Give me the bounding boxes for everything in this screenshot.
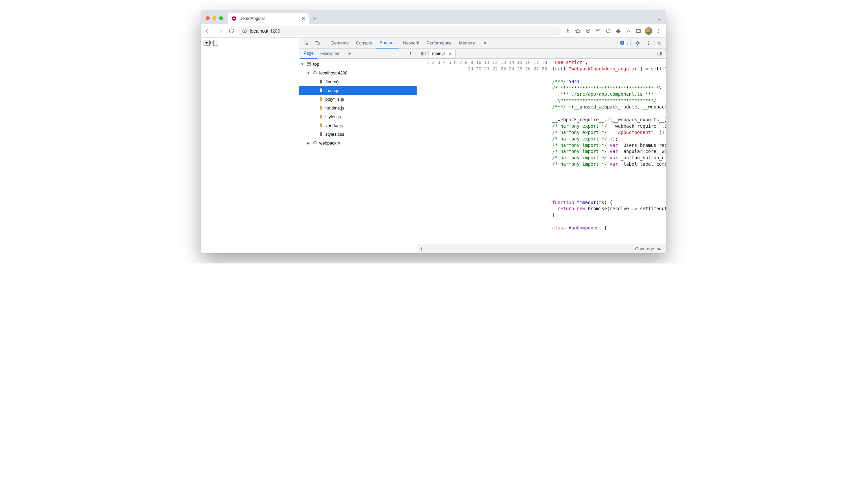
issues-button[interactable]: 1 <box>618 40 631 46</box>
device-toolbar-icon[interactable] <box>312 39 323 48</box>
svg-point-20 <box>659 30 659 31</box>
svg-marker-6 <box>575 29 580 33</box>
svg-rect-26 <box>621 43 623 43</box>
extensions-puzzle-icon[interactable] <box>613 26 623 36</box>
devtools: Elements Console Sources Network Perform… <box>299 38 666 253</box>
code-view[interactable]: 1 2 3 4 5 6 7 8 9 10 11 12 13 14 15 16 1… <box>417 59 666 244</box>
minimize-window-button[interactable] <box>212 16 216 20</box>
browser-window: DemoAngular ✕ ＋ localhost:4200 <box>201 10 666 253</box>
sources-navigator: Page Filesystem ▼top▼localhost:4200(inde… <box>299 48 417 253</box>
nav-tab-page[interactable]: Page <box>300 48 317 59</box>
browser-menu-icon[interactable] <box>654 26 663 36</box>
nav-tabs-more-icon[interactable] <box>344 48 355 59</box>
counter-value: 0 <box>210 40 213 45</box>
tree-node-styles-css[interactable]: styles.css <box>299 130 417 139</box>
close-window-button[interactable] <box>206 16 210 20</box>
line-gutter: 1 2 3 4 5 6 7 8 9 10 11 12 13 14 15 16 1… <box>417 59 550 244</box>
svg-point-29 <box>648 44 649 44</box>
svg-point-9 <box>588 30 589 30</box>
settings-gear-icon[interactable] <box>632 39 642 48</box>
reload-button[interactable] <box>226 26 236 36</box>
inspect-element-icon[interactable] <box>301 39 311 48</box>
svg-point-19 <box>659 29 659 30</box>
bookmark-star-icon[interactable] <box>573 26 582 36</box>
back-button[interactable] <box>204 26 213 36</box>
nav-tab-filesystem[interactable]: Filesystem <box>317 48 344 59</box>
issues-count: 1 <box>626 41 628 45</box>
svg-rect-24 <box>318 42 319 44</box>
coverage-status: Coverage: n/a <box>635 246 663 251</box>
svg-point-28 <box>648 42 649 43</box>
pretty-print-icon[interactable]: { } <box>420 246 428 251</box>
page-content: + 0 - <box>201 38 299 253</box>
browser-tab[interactable]: DemoAngular ✕ <box>228 13 309 24</box>
svg-rect-25 <box>621 42 623 42</box>
show-debugger-icon[interactable] <box>655 51 665 56</box>
forward-button[interactable] <box>215 26 225 36</box>
new-tab-button[interactable]: ＋ <box>310 14 320 23</box>
svg-point-11 <box>598 30 600 31</box>
address-bar[interactable]: localhost:4200 <box>238 26 561 36</box>
browser-toolbar: localhost:4200 <box>201 24 666 38</box>
increment-button[interactable]: + <box>204 40 210 46</box>
tab-title: DemoAngular <box>239 16 265 21</box>
decrement-button[interactable]: - <box>213 40 218 46</box>
fullscreen-window-button[interactable] <box>219 16 223 20</box>
svg-point-27 <box>648 41 649 42</box>
tree-node-localhost-4200[interactable]: ▼localhost:4200 <box>299 68 417 77</box>
close-devtools-icon[interactable] <box>655 39 664 48</box>
editor-tab-mainjs[interactable]: main.js ✕ <box>428 50 456 57</box>
tab-elements[interactable]: Elements <box>327 38 352 48</box>
svg-point-34 <box>410 54 411 55</box>
tabs-overflow-button[interactable] <box>657 17 663 24</box>
tree-node-main-js[interactable]: main.js <box>299 86 417 95</box>
file-tree: ▼top▼localhost:4200(index)main.jspolyfil… <box>299 59 417 253</box>
svg-point-10 <box>596 30 597 31</box>
angular-favicon <box>231 16 237 21</box>
svg-point-33 <box>410 53 411 54</box>
labs-flask-icon[interactable] <box>624 26 633 36</box>
devtools-menu-icon[interactable] <box>644 39 653 48</box>
tree-node-polyfills-js[interactable]: polyfills.js <box>299 95 417 103</box>
svg-point-21 <box>659 32 659 33</box>
navigator-tabs: Page Filesystem <box>299 48 417 59</box>
share-icon[interactable] <box>563 26 572 36</box>
extension-icon-3[interactable] <box>603 26 613 36</box>
svg-rect-23 <box>315 42 318 44</box>
tab-sources[interactable]: Sources <box>376 38 399 48</box>
close-tab-icon[interactable]: ✕ <box>301 16 306 21</box>
extension-icon-1[interactable] <box>583 26 592 36</box>
tabs-overflow-icon[interactable] <box>479 38 491 48</box>
side-panel-icon[interactable] <box>634 26 643 36</box>
tree-node-webpack-[interactable]: ▶webpack:// <box>299 139 417 147</box>
editor-tab-label: main.js <box>432 51 446 56</box>
code-editor: main.js ✕ 1 2 3 4 5 6 7 8 9 10 11 12 13 … <box>417 48 666 253</box>
extension-icon-2[interactable] <box>593 26 603 36</box>
profile-avatar[interactable] <box>644 26 653 36</box>
tab-console[interactable]: Console <box>353 38 375 48</box>
tree-node-runtime-js[interactable]: runtime.js <box>299 103 417 112</box>
tab-memory[interactable]: Memory <box>456 38 478 48</box>
url-text: localhost:4200 <box>250 28 280 34</box>
close-file-icon[interactable]: ✕ <box>448 51 452 56</box>
editor-status-bar: { } Coverage: n/a <box>417 244 666 253</box>
editor-tabstrip: main.js ✕ <box>417 48 666 59</box>
tree-node-top[interactable]: ▼top <box>299 59 417 68</box>
svg-line-14 <box>600 30 600 30</box>
svg-rect-17 <box>636 29 641 32</box>
svg-line-13 <box>596 30 596 30</box>
tree-node--index-[interactable]: (index) <box>299 77 417 86</box>
tree-node-styles-js[interactable]: styles.js <box>299 112 417 121</box>
devtools-toolbar: Elements Console Sources Network Perform… <box>299 38 666 48</box>
source-text: "use strict"; (self["webpackChunkdemo_an… <box>550 59 666 244</box>
show-navigator-icon[interactable] <box>418 51 428 56</box>
tab-strip: DemoAngular ✕ ＋ <box>201 10 666 24</box>
nav-menu-icon[interactable] <box>406 52 415 56</box>
tree-node-vendor-js[interactable]: vendor.js <box>299 121 417 130</box>
window-controls <box>204 16 226 24</box>
viewport: + 0 - Elements Console Sources Network P… <box>201 38 666 253</box>
svg-point-4 <box>244 30 245 30</box>
site-info-icon[interactable] <box>242 28 247 33</box>
tab-performance[interactable]: Performance <box>423 38 455 48</box>
tab-network[interactable]: Network <box>400 38 423 48</box>
